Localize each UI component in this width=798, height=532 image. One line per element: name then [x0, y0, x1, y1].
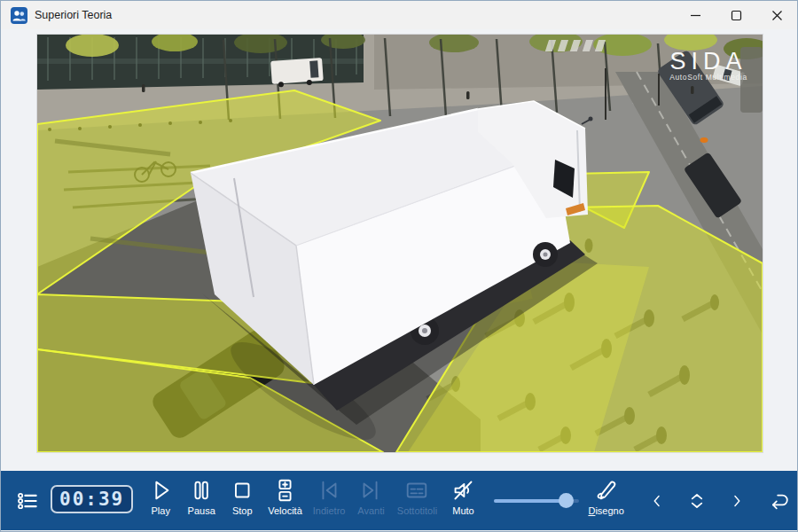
return-arrow-icon	[766, 487, 791, 515]
subtitles-button[interactable]: Sottotitoli	[391, 471, 442, 530]
skip-forward-icon	[357, 477, 384, 504]
maximize-button[interactable]	[716, 2, 756, 29]
lesson-scene: SIDA AutoSoft Multimedia	[37, 35, 763, 452]
subtitles-icon	[403, 477, 430, 504]
close-button[interactable]	[756, 2, 797, 29]
nav-expand-button[interactable]	[679, 471, 715, 530]
volume-slider-thumb[interactable]	[559, 493, 574, 508]
stop-icon	[229, 477, 255, 504]
play-icon	[147, 477, 174, 504]
mute-button[interactable]: Muto	[442, 471, 483, 530]
skip-back-button[interactable]: Indietro	[308, 471, 351, 530]
pause-icon	[188, 477, 215, 504]
maximize-icon	[731, 10, 742, 21]
app-icon	[11, 7, 27, 24]
nav-next-button[interactable]	[722, 471, 752, 530]
minimize-icon	[690, 10, 701, 21]
video-display: SIDA AutoSoft Multimedia	[36, 34, 763, 453]
window-title: Superiori Teoria	[35, 9, 112, 21]
stop-button[interactable]: Stop	[222, 471, 262, 530]
return-button[interactable]	[761, 471, 796, 530]
sida-logo: SIDA AutoSoft Multimedia	[669, 48, 747, 82]
chevron-updown-icon	[685, 487, 709, 515]
close-icon	[771, 10, 783, 21]
draw-button[interactable]: Disegno	[583, 471, 629, 530]
volume-slider[interactable]	[494, 476, 579, 526]
minimize-button[interactable]	[675, 2, 716, 29]
svg-text:AutoSoft Multimedia: AutoSoft Multimedia	[669, 73, 747, 82]
stage: SIDA AutoSoft Multimedia	[1, 29, 797, 471]
app-window: Superiori Teoria	[0, 0, 798, 532]
timer-value: 00:39	[59, 489, 124, 510]
chapters-list-icon	[15, 487, 40, 515]
speed-icon	[271, 477, 298, 504]
nav-previous-button[interactable]	[642, 471, 672, 530]
chapters-list-button[interactable]	[10, 471, 45, 530]
skip-forward-button[interactable]: Avanti	[350, 471, 391, 530]
pen-icon	[593, 477, 620, 504]
skip-back-icon	[316, 477, 342, 504]
title-bar: Superiori Teoria	[1, 1, 797, 30]
player-toolbar: 00:39 Play Pausa Stop Velocità Indietro	[1, 471, 797, 530]
chevron-left-icon	[647, 488, 667, 514]
play-button[interactable]: Play	[140, 471, 181, 530]
chevron-right-icon	[727, 488, 747, 514]
timer-display: 00:39	[51, 485, 133, 513]
svg-text:SIDA: SIDA	[669, 48, 747, 74]
pause-button[interactable]: Pausa	[181, 471, 222, 530]
speed-button[interactable]: Velocità	[262, 471, 308, 530]
mute-icon	[450, 477, 476, 504]
